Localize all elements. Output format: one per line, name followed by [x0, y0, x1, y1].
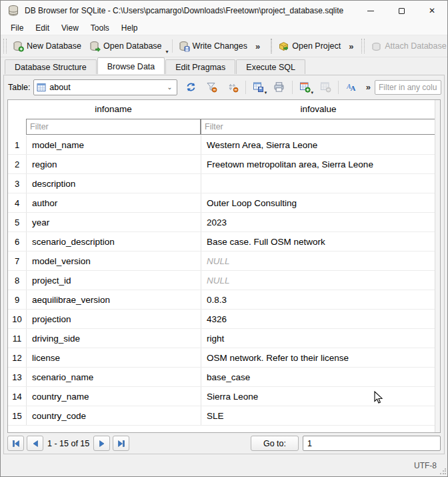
cell-infoname[interactable]: author — [26, 193, 201, 212]
row-number[interactable]: 15 — [8, 411, 26, 421]
tab-execute-sql[interactable]: Execute SQL — [236, 59, 305, 74]
toolbar-grip[interactable] — [271, 39, 272, 53]
table-row[interactable]: 1 model_name Western Area, Sierra Leone — [8, 135, 440, 155]
menu-file[interactable]: File — [5, 22, 29, 34]
toolbar-grip[interactable] — [361, 39, 365, 53]
insert-record-button[interactable]: ▾ — [297, 79, 313, 96]
row-number[interactable]: 5 — [8, 217, 26, 227]
new-database-button[interactable]: New Database — [9, 38, 85, 55]
tab-browse-data[interactable]: Browse Data — [97, 57, 165, 74]
row-number[interactable]: 1 — [8, 140, 26, 150]
cell-infovalue[interactable]: Western Area, Sierra Leone — [201, 135, 436, 154]
cell-infovalue[interactable]: Freetown metropolitan area, Sierra Leone — [201, 155, 436, 173]
attach-database-button[interactable]: Attach Database — [367, 38, 448, 55]
table-row[interactable]: 8 project_id NULL — [8, 271, 440, 290]
resize-grip-icon[interactable] — [439, 468, 446, 475]
save-results-button[interactable]: ▾ — [250, 79, 267, 96]
vertical-scrollbar[interactable] — [435, 100, 440, 432]
table-row[interactable]: 12 license OSM network. Refer to their l… — [8, 348, 440, 368]
first-page-button[interactable] — [7, 436, 24, 451]
minimize-button[interactable] — [355, 1, 386, 21]
cell-infovalue[interactable]: base_case — [201, 368, 436, 386]
open-project-button[interactable]: Open Project — [274, 38, 345, 55]
cell-infoname[interactable]: scenario_description — [26, 232, 201, 251]
cell-infoname[interactable]: scenario_name — [26, 368, 201, 386]
row-number[interactable]: 13 — [8, 372, 26, 382]
cell-infovalue[interactable]: Outer Loop Consulting — [201, 193, 436, 212]
filter-infovalue-input[interactable] — [201, 119, 436, 135]
encoding-indicator[interactable]: UTF-8 — [414, 461, 437, 470]
last-page-button[interactable] — [113, 436, 129, 451]
cell-infovalue[interactable]: Base case. Full OSM network — [201, 232, 436, 251]
row-number[interactable]: 10 — [8, 314, 26, 324]
cell-infoname[interactable]: model_version — [26, 252, 201, 270]
table-row[interactable]: 15 country_code SLE — [8, 406, 440, 426]
cell-infoname[interactable]: aequilibrae_version — [26, 290, 201, 309]
cell-infoname[interactable]: license — [26, 348, 201, 367]
maximize-button[interactable] — [386, 1, 417, 21]
toolbar-overflow-icon[interactable]: » — [345, 41, 357, 51]
cell-infoname[interactable]: country_code — [26, 406, 201, 425]
row-number[interactable]: 14 — [8, 392, 26, 402]
cell-infovalue[interactable]: SLE — [201, 406, 436, 425]
close-button[interactable]: ✕ — [417, 1, 447, 21]
cell-infovalue[interactable]: NULL — [201, 252, 436, 270]
write-changes-button[interactable]: Write Changes — [175, 38, 251, 55]
cell-infoname[interactable]: country_name — [26, 387, 201, 406]
row-number[interactable]: 3 — [8, 179, 26, 189]
title-bar[interactable]: DB Browser for SQLite - C:\Users\pcamarg… — [1, 1, 447, 21]
table-row[interactable]: 13 scenario_name base_case — [8, 368, 440, 387]
table-row[interactable]: 11 driving_side right — [8, 329, 440, 348]
cell-infovalue[interactable]: 0.8.3 — [201, 290, 436, 309]
insert-record-dropdown-icon[interactable]: ▾ — [311, 90, 313, 95]
column-header-infoname[interactable]: infoname — [26, 104, 201, 114]
cell-infovalue[interactable]: 4326 — [201, 310, 436, 328]
cell-infoname[interactable]: driving_side — [26, 329, 201, 348]
cell-infoname[interactable]: region — [26, 155, 201, 173]
controls-overflow-icon[interactable]: » — [362, 82, 375, 92]
menu-view[interactable]: View — [55, 22, 85, 34]
font-settings-button[interactable]: A A — [343, 79, 359, 96]
cell-infovalue[interactable]: 2023 — [201, 213, 436, 231]
tab-edit-pragmas[interactable]: Edit Pragmas — [165, 59, 235, 74]
row-number[interactable]: 7 — [8, 256, 26, 266]
cell-infoname[interactable]: description — [26, 174, 201, 193]
row-number[interactable]: 2 — [8, 159, 26, 169]
print-button[interactable] — [271, 79, 287, 96]
row-number[interactable]: 6 — [8, 237, 26, 247]
filter-infoname-input[interactable] — [26, 119, 201, 135]
table-row[interactable]: 14 country_name Sierra Leone — [8, 387, 440, 406]
cell-infoname[interactable]: year — [26, 213, 201, 231]
cell-infovalue[interactable]: right — [201, 329, 436, 348]
menu-edit[interactable]: Edit — [29, 22, 55, 34]
table-row[interactable]: 10 projection 4326 — [8, 310, 440, 329]
filter-any-column-input[interactable] — [375, 80, 441, 95]
cell-infovalue[interactable]: NULL — [201, 271, 436, 290]
table-row[interactable]: 3 description — [8, 174, 440, 193]
cell-infoname[interactable]: model_name — [26, 135, 201, 154]
column-header-infovalue[interactable]: infovalue — [201, 104, 436, 114]
open-database-button[interactable]: Open Database — [85, 38, 166, 55]
cell-infoname[interactable]: projection — [26, 310, 201, 328]
menu-tools[interactable]: Tools — [85, 22, 115, 34]
goto-button[interactable]: Go to: — [251, 436, 299, 451]
table-row[interactable]: 9 aequilibrae_version 0.8.3 — [8, 290, 440, 310]
tab-database-structure[interactable]: Database Structure — [5, 59, 97, 74]
cell-infovalue[interactable]: Sierra Leone — [201, 387, 436, 406]
refresh-button[interactable] — [183, 79, 199, 96]
row-number[interactable]: 4 — [8, 198, 26, 208]
toolbar-grip[interactable] — [3, 39, 7, 53]
cell-infovalue[interactable]: OSM network. Refer to their license — [201, 348, 436, 367]
toolbar-overflow-icon[interactable]: » — [251, 41, 264, 51]
clear-filters-button[interactable] — [203, 79, 220, 96]
row-number[interactable]: 12 — [8, 353, 26, 363]
delete-record-button[interactable] — [317, 79, 334, 96]
next-page-button[interactable] — [93, 436, 110, 451]
table-row[interactable]: 2 region Freetown metropolitan area, Sie… — [8, 155, 440, 174]
table-row[interactable]: 5 year 2023 — [8, 213, 440, 232]
clear-sorting-button[interactable] — [224, 79, 241, 96]
table-row[interactable]: 4 author Outer Loop Consulting — [8, 193, 440, 213]
cell-infoname[interactable]: project_id — [26, 271, 201, 290]
table-row[interactable]: 7 model_version NULL — [8, 252, 440, 271]
row-number[interactable]: 9 — [8, 295, 26, 305]
